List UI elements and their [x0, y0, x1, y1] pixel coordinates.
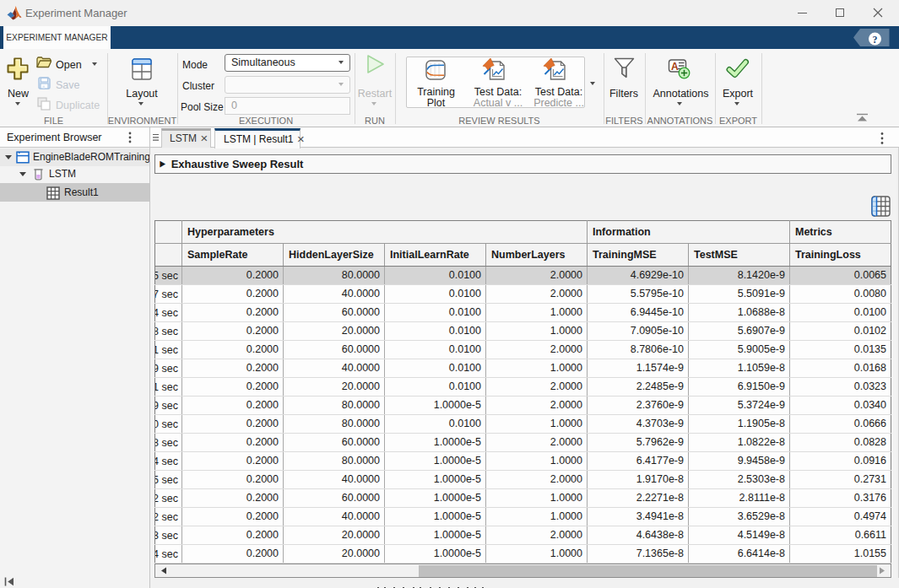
svg-text:A: A	[671, 61, 679, 73]
svg-text:?: ?	[873, 34, 878, 46]
